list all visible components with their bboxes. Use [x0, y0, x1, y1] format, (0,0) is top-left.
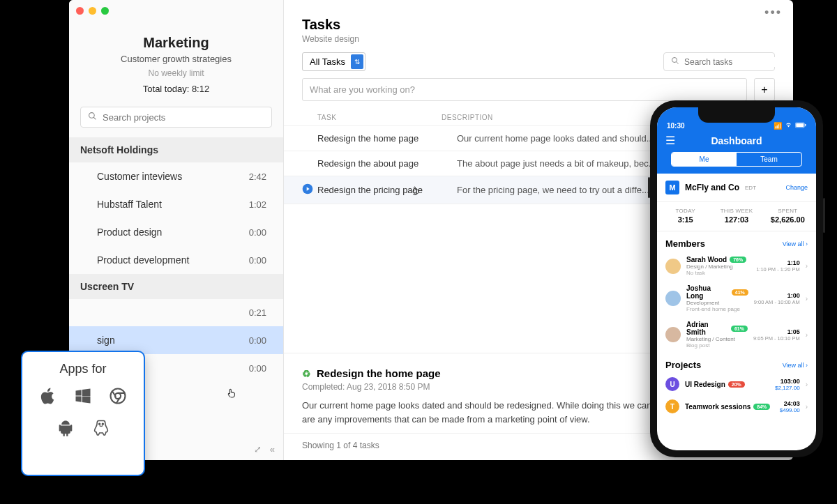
signal-icon: 📶: [774, 122, 782, 130]
linux-icon[interactable]: [91, 418, 111, 441]
svg-line-3: [677, 62, 679, 64]
member-row[interactable]: Joshua Long41% Development Front-end hom…: [657, 280, 816, 316]
hamburger-menu-icon[interactable]: ☰: [665, 134, 675, 147]
project-row[interactable]: Product development 0:00: [69, 246, 283, 274]
stat-label: THIS WEEK: [711, 208, 762, 214]
member-role: Design / Marketing: [686, 264, 751, 270]
stat-value: 3:15: [660, 215, 711, 224]
activity-pill: 20%: [728, 381, 745, 388]
member-row[interactable]: Sarah Wood76% Design / Marketing No task…: [657, 252, 816, 280]
project-row[interactable]: Hubstaff Talent 1:02: [69, 190, 283, 218]
apps-for-card: Apps for: [21, 351, 145, 476]
stat-label: TODAY: [660, 208, 711, 214]
search-tasks-field[interactable]: [663, 52, 775, 71]
workspace-title: Marketing: [83, 35, 269, 51]
mobile-title: Dashboard: [664, 135, 809, 146]
traffic-lights[interactable]: [76, 7, 109, 15]
svg-rect-6: [796, 123, 804, 127]
search-projects-field[interactable]: [80, 107, 272, 128]
weekly-limit-label: No weekly limit: [83, 68, 269, 78]
svg-line-1: [93, 117, 96, 119]
member-task: No task: [686, 270, 751, 276]
member-name: Sarah Wood: [686, 256, 727, 264]
stats-row: TODAY3:15 THIS WEEK127:03 SPENT$2,626.00: [657, 202, 816, 231]
project-row[interactable]: Customer inteviews 2:42: [69, 162, 283, 190]
svg-rect-7: [805, 124, 806, 127]
member-range: 9:00 AM - 10:00 AM: [754, 299, 800, 305]
chevron-right-icon: ›: [806, 262, 808, 270]
chevron-right-icon: ›: [806, 295, 808, 303]
breadcrumb: Website design: [302, 34, 775, 44]
member-name: Joshua Long: [686, 284, 729, 300]
project-time: 0:00: [249, 363, 266, 374]
task-name: Redesign the home page: [317, 133, 457, 144]
android-icon[interactable]: [56, 418, 75, 441]
status-time: 10:30: [667, 122, 685, 130]
activity-pill: 76%: [730, 257, 746, 263]
play-icon[interactable]: [302, 183, 317, 197]
battery-icon: [795, 122, 806, 130]
minimize-window-icon[interactable]: [89, 7, 96, 15]
project-amount: $2,127.00: [775, 385, 800, 391]
search-projects-input[interactable]: [103, 112, 264, 123]
org-badge: M: [665, 181, 679, 194]
project-badge: U: [665, 377, 679, 391]
maximize-window-icon[interactable]: [101, 7, 109, 15]
stat-label: SPENT: [762, 208, 813, 214]
stat-value: 127:03: [711, 215, 762, 224]
add-task-button[interactable]: +: [754, 78, 775, 101]
mobile-tabs[interactable]: Me Team: [671, 152, 802, 167]
tab-me[interactable]: Me: [672, 153, 737, 166]
minimize-panel-icon[interactable]: ⤢: [254, 444, 262, 455]
workspace-subtitle: Customer growth strategies: [83, 54, 269, 64]
org-header: Netsoft Holdings: [69, 137, 283, 162]
project-name: UI Redesign: [685, 381, 725, 388]
view-all-projects-link[interactable]: View all ›: [783, 362, 808, 369]
projects-heading: Projects: [665, 360, 701, 370]
project-row[interactable]: 0:21: [69, 299, 283, 326]
activity-pill: 84%: [753, 404, 770, 410]
svg-point-2: [672, 58, 677, 63]
apple-icon[interactable]: [38, 386, 58, 408]
project-row[interactable]: sign 0:00: [69, 326, 283, 354]
collapse-sidebar-icon[interactable]: «: [270, 444, 275, 455]
search-icon: [671, 56, 679, 67]
member-task: Blog post: [686, 342, 748, 349]
new-task-input[interactable]: What are you working on?: [302, 78, 747, 101]
project-hours: 24:03: [780, 400, 800, 407]
tasks-heading: Tasks: [302, 17, 775, 33]
close-window-icon[interactable]: [76, 7, 84, 15]
project-row[interactable]: U UI Redesign20% 103:00$2,127.00 ›: [657, 373, 816, 395]
stat-value: $2,626.00: [762, 215, 813, 224]
view-all-members-link[interactable]: View all ›: [783, 240, 808, 247]
chevron-right-icon: ›: [806, 331, 808, 339]
tab-team[interactable]: Team: [737, 153, 801, 166]
task-name: Redesign the about page: [317, 158, 457, 169]
chrome-icon[interactable]: [108, 386, 128, 408]
cursor-pointer-icon: [411, 185, 421, 198]
project-name: Teamwork sessions: [685, 403, 751, 411]
more-menu-icon[interactable]: •••: [764, 6, 782, 20]
mobile-screen: 10:30 📶 ☰ Dashboard Me Team M McFly and …: [657, 107, 816, 450]
project-row[interactable]: Product design 0:00: [69, 218, 283, 246]
project-name: Product development: [97, 254, 189, 266]
cursor-pointer-icon: [226, 387, 237, 402]
member-role: Development: [686, 300, 748, 306]
project-time: 0:00: [249, 227, 266, 238]
org-timezone: EDT: [745, 185, 756, 191]
org-selector[interactable]: M McFly and Co EDT Change: [657, 174, 816, 202]
wifi-icon: [785, 122, 792, 130]
svg-point-10: [98, 423, 100, 425]
search-tasks-input[interactable]: [684, 57, 789, 67]
task-filter-dropdown[interactable]: All Tasks ⇅: [302, 52, 365, 71]
member-range: 9:05 PM - 10:10 PM: [753, 335, 800, 342]
project-name: Customer inteviews: [97, 171, 182, 182]
task-name: Redesign the pricing page: [317, 185, 457, 195]
member-range: 1:10 PM - 1:20 PM: [756, 266, 800, 273]
org-name: McFly and Co: [685, 183, 739, 192]
member-row[interactable]: Adrian Smith61% Marketing / Content Blog…: [657, 316, 816, 353]
change-org-link[interactable]: Change: [785, 184, 808, 191]
project-row[interactable]: T Teamwork sessions84% 24:03$499.00 ›: [657, 395, 816, 418]
project-hours: 103:00: [775, 378, 800, 385]
windows-icon[interactable]: [73, 386, 93, 408]
